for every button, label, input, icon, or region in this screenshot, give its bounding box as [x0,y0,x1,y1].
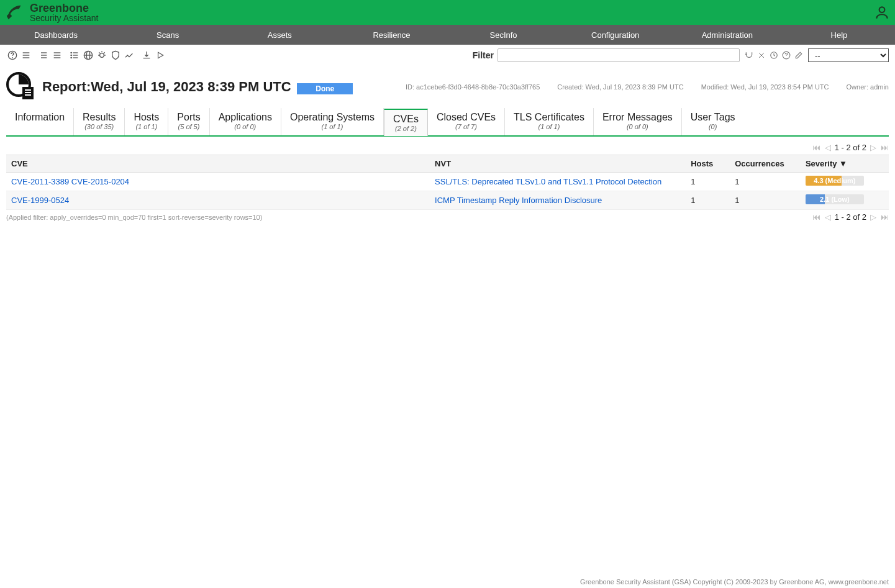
tab-closed-cves[interactable]: Closed CVEs(7 of 7) [428,108,505,135]
tab-information[interactable]: Information [6,108,74,135]
cve-link[interactable]: CVE-2011-3389 CVE-2015-0204 [11,177,129,186]
svg-point-17 [71,55,71,55]
tab-tls-certificates[interactable]: TLS Certificates(1 of 1) [505,108,594,135]
remove-filter-icon[interactable] [51,49,63,61]
col-hosts[interactable]: Hosts [686,155,730,173]
tab-operating-systems[interactable]: Operating Systems(1 of 1) [281,108,384,135]
menu-help[interactable]: Help [783,25,895,45]
svg-point-18 [71,57,71,58]
page-first-icon[interactable]: ⏮ [812,143,821,152]
tab-count: (0) [691,123,735,130]
menu-configuration[interactable]: Configuration [560,25,671,45]
tab-label: User Tags [691,112,735,123]
page-first-icon[interactable]: ⏮ [812,213,821,222]
tab-count: (2 of 2) [393,125,419,132]
tab-label: Applications [219,112,272,123]
brand-line1: Greenbone [30,2,99,14]
tab-label: Operating Systems [290,112,375,123]
tab-hosts[interactable]: Hosts(1 of 1) [125,108,168,135]
pagination-top: ⏮ ◁ 1 - 2 of 2 ▷ ⏭ [6,140,889,155]
tab-error-messages[interactable]: Error Messages(0 of 0) [594,108,682,135]
menu-scans[interactable]: Scans [112,25,224,45]
tab-label: Ports [177,112,200,123]
tab-count: (0 of 0) [602,123,673,130]
tab-ports[interactable]: Ports(5 of 5) [168,108,209,135]
page-next-icon[interactable]: ▷ [869,213,878,222]
filter-section: Filter -- [473,48,889,62]
help-icon[interactable] [6,49,19,61]
performance-icon[interactable] [123,49,135,61]
occurrences-cell: 1 [730,173,801,191]
download-icon[interactable] [140,49,153,61]
page-prev-icon[interactable]: ◁ [824,143,832,152]
col-occurrences[interactable]: Occurrences [730,155,801,173]
title-date: Wed, Jul 19, 2023 8:39 PM UTC [91,79,291,94]
filter-select[interactable]: -- [808,48,889,62]
tabs: InformationResults(30 of 35)Hosts(1 of 1… [6,108,889,137]
tab-user-tags[interactable]: User Tags(0) [682,108,744,135]
menu-assets[interactable]: Assets [224,25,335,45]
report-created: Created: Wed, Jul 19, 2023 8:39 PM UTC [557,83,683,91]
tab-results[interactable]: Results(30 of 35) [74,108,125,135]
col-severity[interactable]: Severity ▼ [801,155,889,173]
tab-label: TLS Certificates [514,112,584,123]
tab-cves[interactable]: CVEs(2 of 2) [384,109,428,136]
filter-edit-icon[interactable] [793,50,804,61]
svg-point-16 [71,52,71,53]
table-row: CVE-1999-0524ICMP Timestamp Reply Inform… [6,191,889,210]
page-last-icon[interactable]: ⏭ [880,143,889,152]
svg-point-2 [12,58,13,58]
menu-secinfo[interactable]: SecInfo [448,25,560,45]
content: ⏮ ◁ 1 - 2 of 2 ▷ ⏭ CVE NVT Hosts Occurre… [0,137,895,228]
cve-link[interactable]: CVE-1999-0524 [11,196,69,205]
nvt-link[interactable]: SSL/TLS: Deprecated TLSv1.0 and TLSv1.1 … [435,177,661,186]
tab-label: Results [83,112,116,123]
page-next-icon[interactable]: ▷ [869,143,878,152]
page-range: 1 - 2 of 2 [835,143,866,152]
severity-bar: 2.1 (Low) [806,194,864,204]
filter-apply-icon[interactable] [743,50,755,61]
cve-table: CVE NVT Hosts Occurrences Severity ▼ CVE… [6,155,889,210]
table-row: CVE-2011-3389 CVE-2015-0204SSL/TLS: Depr… [6,173,889,191]
tab-label: Closed CVEs [437,112,496,123]
brand-line2: Security Assistant [30,14,99,22]
tab-count: (0 of 0) [219,123,272,130]
tab-count: (1 of 1) [134,123,159,130]
nvt-link[interactable]: ICMP Timestamp Reply Information Disclos… [435,196,602,205]
applied-filter-text: (Applied filter: apply_overrides=0 min_q… [6,211,262,224]
menu-administration[interactable]: Administration [671,25,783,45]
task-icon[interactable] [68,49,81,61]
col-nvt[interactable]: NVT [430,155,686,173]
page-prev-icon[interactable]: ◁ [824,213,832,222]
tab-count: (7 of 7) [437,123,496,130]
filter-help-icon[interactable] [781,50,792,61]
menu-resilience[interactable]: Resilience [335,25,447,45]
menu-dashboards[interactable]: Dashboards [0,25,112,45]
tab-applications[interactable]: Applications(0 of 0) [210,108,281,135]
svg-rect-37 [25,94,31,96]
list-icon[interactable] [20,49,32,61]
col-cve[interactable]: CVE [6,155,430,173]
logo-area[interactable]: Greenbone Security Assistant [5,2,99,23]
add-filter-icon[interactable] [37,49,50,61]
svg-line-24 [99,52,99,53]
page-header: Report:Wed, Jul 19, 2023 8:39 PM UTC Don… [0,66,895,108]
filter-input[interactable] [497,48,740,62]
page-last-icon[interactable]: ⏭ [880,213,889,222]
globe-icon[interactable] [82,49,94,61]
tab-count: (5 of 5) [177,123,200,130]
filter-reset-icon[interactable] [768,50,779,61]
user-menu-icon[interactable] [874,4,890,20]
svg-rect-36 [25,92,31,93]
toolbar: Filter -- [0,45,895,66]
svg-line-25 [104,52,104,53]
bug-icon[interactable] [96,49,108,61]
occurrences-cell: 1 [730,191,801,210]
tab-label: Information [15,112,65,123]
svg-point-0 [879,7,885,12]
filter-clear-icon[interactable] [756,50,767,61]
shield-icon[interactable] [109,49,122,61]
pagination-bottom: ⏮ ◁ 1 - 2 of 2 ▷ ⏭ [812,210,889,224]
play-icon[interactable] [154,49,166,61]
report-modified: Modified: Wed, Jul 19, 2023 8:54 PM UTC [701,83,829,91]
